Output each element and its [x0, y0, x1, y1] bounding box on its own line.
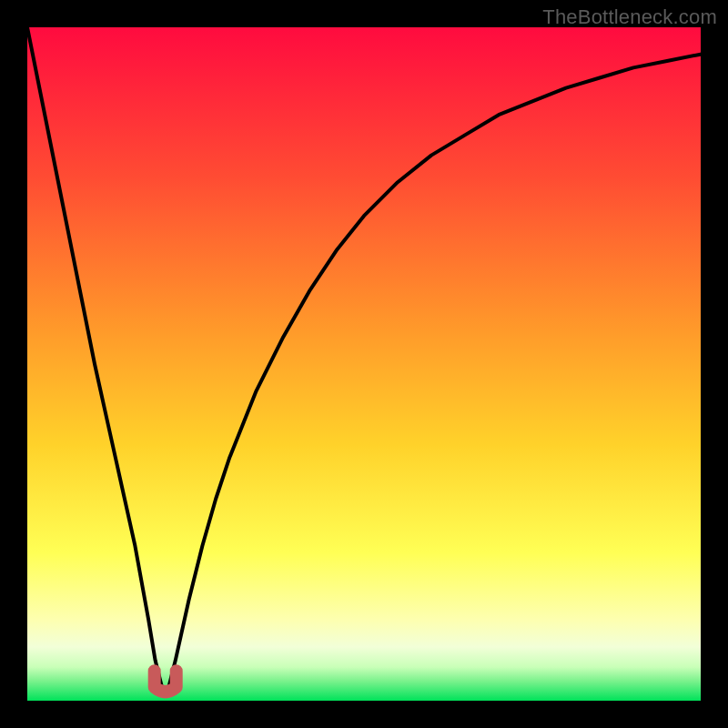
outer-frame: TheBottleneck.com — [0, 0, 728, 728]
bottleneck-curve — [27, 27, 701, 701]
plot-area — [27, 27, 701, 701]
watermark-text: TheBottleneck.com — [542, 5, 717, 29]
